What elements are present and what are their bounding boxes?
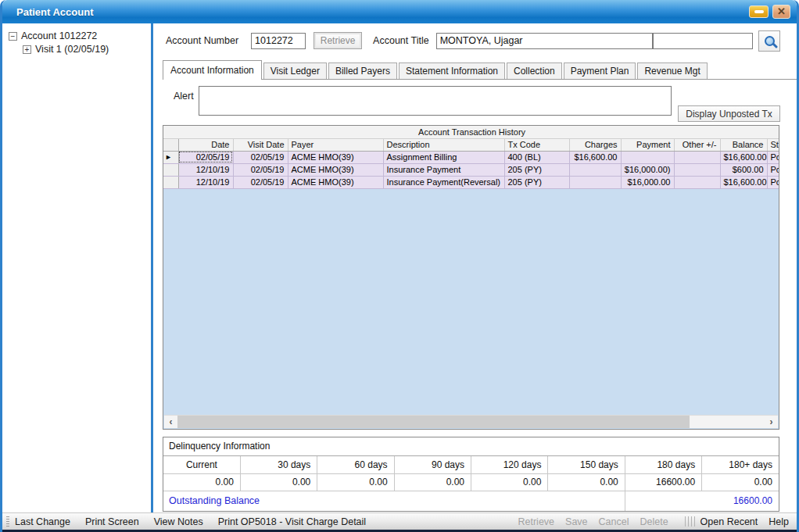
column-header[interactable]: Date (178, 138, 233, 151)
grid-cell[interactable]: ACME HMO(39) (288, 176, 383, 188)
statusbar-item-open-recent[interactable]: Open Recent (700, 516, 758, 527)
tab-statement-information[interactable]: Statement Information (399, 62, 505, 79)
column-header[interactable]: Description (383, 138, 504, 151)
grid-cell[interactable]: Insurance Payment(Reversal) (383, 176, 504, 188)
delinquency-header-row: Current30 days60 days90 days120 days150 … (163, 456, 779, 473)
account-title-input[interactable] (436, 33, 653, 49)
minimize-button[interactable] (749, 5, 769, 18)
tab-account-information[interactable]: Account Information (163, 60, 262, 80)
scrollbar-thumb[interactable] (177, 416, 690, 428)
grid-cell[interactable]: 02/05/19 (233, 151, 288, 163)
row-selector[interactable]: ► (163, 151, 178, 163)
outstanding-balance-value: 16600.00 (625, 491, 779, 511)
delinquency-values-row: 0.000.000.000.000.000.0016600.000.00 (163, 473, 779, 491)
statusbar-item-last-change[interactable]: Last Change (15, 516, 70, 527)
grid-cell[interactable]: 02/05/19 (233, 163, 288, 176)
scroll-right-arrow[interactable]: › (765, 416, 778, 428)
main-panel: Account Number Retrieve Account Title Ac… (153, 23, 797, 512)
outstanding-balance-row: Outstanding Balance 16600.00 (163, 491, 779, 511)
grid-cell[interactable]: Po (767, 163, 779, 176)
statusbar-item-print-op5018-visit-charge-detail[interactable]: Print OP5018 - Visit Charge Detail (218, 516, 366, 527)
tree-item[interactable]: −Account 1012272 (9, 30, 148, 41)
grid-cell[interactable]: 12/10/19 (178, 163, 233, 176)
statusbar-item-print-screen[interactable]: Print Screen (85, 516, 139, 527)
grid-cell[interactable]: Po (767, 151, 779, 163)
table-row[interactable]: ►02/05/1902/05/19ACME HMO(39)Assignment … (163, 151, 779, 163)
grid-cell[interactable]: $16,000.00) (621, 163, 674, 176)
alert-textbox[interactable] (199, 86, 672, 116)
column-header[interactable]: Charges (569, 138, 621, 151)
grid-cell[interactable]: ACME HMO(39) (288, 151, 383, 163)
delinquency-table: Current30 days60 days90 days120 days150 … (163, 456, 779, 491)
delinquency-value: 0.00 (702, 473, 779, 491)
display-unposted-tx-button[interactable]: Display Unposted Tx (678, 105, 780, 122)
grid-cell[interactable]: $16,600.00 (720, 151, 767, 163)
horizontal-scrollbar[interactable]: ‹ › (164, 415, 778, 428)
column-header[interactable]: Visit Date (233, 138, 288, 151)
statusbar-item-view-notes[interactable]: View Notes (154, 516, 203, 527)
grid-cell[interactable] (674, 163, 720, 176)
row-selector[interactable] (163, 163, 178, 176)
grid-cell[interactable]: ACME HMO(39) (288, 163, 383, 176)
grid-cell[interactable]: 02/05/19 (178, 151, 233, 163)
delinquency-column-header: 60 days (317, 456, 394, 473)
tree-item[interactable]: +Visit 1 (02/05/19) (23, 44, 148, 55)
column-header[interactable]: Other +/- (674, 138, 720, 151)
statusbar-item-help[interactable]: Help (769, 516, 789, 527)
account-number-input[interactable] (251, 33, 306, 49)
search-button[interactable] (758, 30, 780, 52)
table-row[interactable]: 12/10/1902/05/19ACME HMO(39)Insurance Pa… (163, 176, 779, 188)
grid-cell[interactable]: 12/10/19 (178, 176, 233, 188)
column-header[interactable]: Tx Code (504, 138, 569, 151)
retrieve-button[interactable]: Retrieve (314, 32, 362, 49)
grid-cell[interactable] (674, 151, 720, 163)
grid-cell[interactable]: $16,000.00 (621, 176, 674, 188)
grid-cell[interactable]: 02/05/19 (233, 176, 288, 188)
account-tree: −Account 1012272+Visit 1 (02/05/19) (2, 23, 153, 512)
scrollbar-track[interactable] (177, 416, 765, 428)
patient-account-window: Patient Account ✕ −Account 1012272+Visit… (0, 0, 799, 532)
patient-search-input[interactable] (653, 33, 753, 49)
table-row[interactable]: 12/10/1902/05/19ACME HMO(39)Insurance Pa… (163, 163, 779, 176)
tab-payment-plan[interactable]: Payment Plan (564, 62, 636, 79)
delinquency-value: 0.00 (317, 473, 394, 491)
column-header[interactable]: Balance (720, 138, 767, 151)
expand-icon[interactable]: + (23, 45, 31, 54)
grid-cell[interactable] (674, 176, 720, 188)
grid-cell[interactable] (621, 151, 674, 163)
grid-cell[interactable]: $16,600.00 (720, 176, 767, 188)
column-header[interactable]: Sta (767, 138, 779, 151)
column-header[interactable]: Payment (621, 138, 674, 151)
column-header[interactable]: Payer (288, 138, 383, 151)
grid-cell[interactable]: Assignment Billing (383, 151, 504, 163)
scroll-left-arrow[interactable]: ‹ (164, 416, 177, 428)
row-selector-header (163, 138, 178, 151)
statusbar-item-delete-disabled: Delete (640, 516, 668, 527)
grid-header-row: DateVisit DatePayerDescriptionTx CodeCha… (163, 138, 779, 151)
window-body: −Account 1012272+Visit 1 (02/05/19) Acco… (2, 23, 797, 512)
tab-revenue-mgt[interactable]: Revenue Mgt (637, 62, 707, 79)
account-number-label: Account Number (166, 35, 238, 46)
grid-cell[interactable]: Insurance Payment (383, 163, 504, 176)
grid-cell[interactable] (569, 163, 621, 176)
tab-billed-payers[interactable]: Billed Payers (328, 62, 397, 79)
delinquency-column-header: Current (163, 456, 240, 473)
grid-cell[interactable]: 400 (BL) (504, 151, 569, 163)
grid-cell[interactable]: Po (767, 176, 779, 188)
row-selector[interactable] (163, 176, 178, 188)
close-button[interactable]: ✕ (772, 5, 790, 19)
delinquency-value: 16600.00 (625, 473, 701, 491)
grid-cell[interactable] (569, 176, 621, 188)
tab-visit-ledger[interactable]: Visit Ledger (263, 62, 327, 79)
statusbar-separator-grip (685, 516, 695, 527)
statusbar-item-cancel-disabled: Cancel (599, 516, 629, 527)
tab-collection[interactable]: Collection (507, 62, 562, 79)
grid-cell[interactable]: 205 (PY) (504, 176, 569, 188)
grid-cell[interactable]: $600.00 (720, 163, 767, 176)
collapse-icon[interactable]: − (9, 32, 17, 41)
grid-cell[interactable]: $16,600.00 (569, 151, 621, 163)
minimize-icon (754, 10, 764, 13)
delinquency-column-header: 120 days (471, 456, 548, 473)
delinquency-value: 0.00 (240, 473, 317, 491)
grid-cell[interactable]: 205 (PY) (504, 163, 569, 176)
